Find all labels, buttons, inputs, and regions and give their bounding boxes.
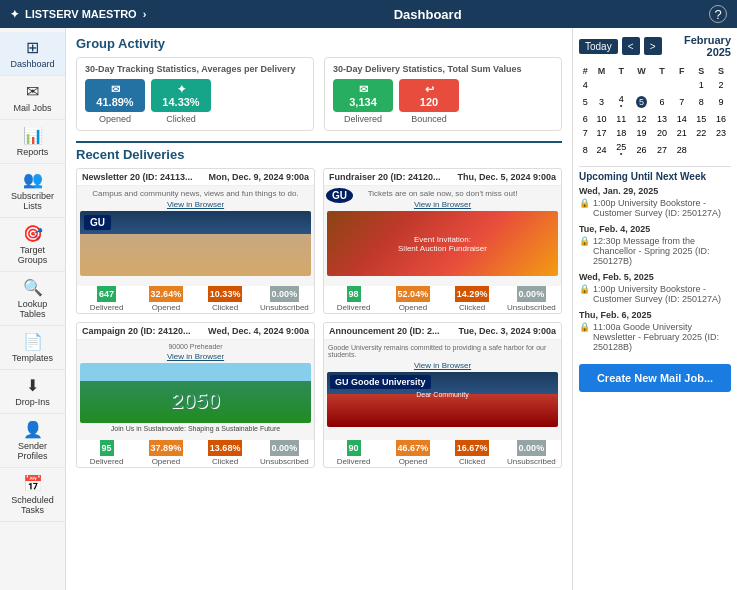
sidebar-label-scheduled: Scheduled Tasks bbox=[4, 495, 61, 515]
cal-day-1[interactable]: 1 bbox=[692, 78, 712, 92]
brand-icon: ✦ bbox=[10, 8, 19, 21]
dashboard-icon: ⊞ bbox=[26, 38, 39, 57]
cal-week-6: 6 10 11 12 13 14 15 16 bbox=[579, 112, 731, 126]
delivery-preview-announcement: Goode University remains committed to pr… bbox=[324, 340, 561, 440]
next-month-button[interactable]: > bbox=[644, 37, 662, 55]
upcoming-detail-1: 1:00p University Bookstore - Customer Su… bbox=[593, 198, 731, 218]
cal-day-7[interactable]: 7 bbox=[672, 92, 692, 112]
view-browser-link-announcement[interactable]: View in Browser bbox=[327, 359, 558, 372]
delivery-name-campaign: Campaign 20 (ID: 24120... bbox=[82, 326, 191, 336]
upcoming-item-1: Wed, Jan. 29, 2025 🔒 1:00p University Bo… bbox=[579, 186, 731, 218]
cal-day-27[interactable]: 27 bbox=[652, 140, 672, 160]
upcoming-date-4: Thu, Feb. 6, 2025 bbox=[579, 310, 731, 320]
stat-opened-campaign: 37.89% bbox=[149, 440, 184, 456]
cal-day-empty1 bbox=[592, 78, 612, 92]
cal-day-25[interactable]: 25 bbox=[611, 140, 631, 160]
sidebar-item-drop-ins[interactable]: ⬇ Drop-Ins bbox=[0, 370, 65, 414]
view-browser-link-campaign[interactable]: View in Browser bbox=[80, 350, 311, 363]
upcoming-date-1: Wed, Jan. 29, 2025 bbox=[579, 186, 731, 196]
cal-day-12[interactable]: 12 bbox=[631, 112, 652, 126]
opened-badge: ✉ 41.89% bbox=[85, 79, 145, 112]
sidebar-item-subscriber-lists[interactable]: 👥 Subscriber Lists bbox=[0, 164, 65, 218]
cal-day-19[interactable]: 19 bbox=[631, 126, 652, 140]
cal-day-empty3 bbox=[631, 78, 652, 92]
upcoming-date-3: Wed, Feb. 5, 2025 bbox=[579, 272, 731, 282]
sidebar-label-mail-jobs: Mail Jobs bbox=[13, 103, 51, 113]
cal-day-4[interactable]: 4 bbox=[611, 92, 631, 112]
cal-header-s1: S bbox=[692, 64, 712, 78]
cal-week-8: 8 24 25 26 27 28 bbox=[579, 140, 731, 160]
delivery-date-announcement: Tue, Dec. 3, 2024 9:00a bbox=[459, 326, 556, 336]
cal-day-20[interactable]: 20 bbox=[652, 126, 672, 140]
calendar-nav: Today < > February 2025 bbox=[579, 34, 731, 58]
stat-label-opened-fundraiser: Opened bbox=[397, 302, 429, 313]
cal-day-3[interactable]: 3 bbox=[592, 92, 612, 112]
sidebar-label-dashboard: Dashboard bbox=[10, 59, 54, 69]
view-browser-link-fundraiser[interactable]: View in Browser bbox=[327, 198, 558, 211]
upcoming-item-2: Tue, Feb. 4, 2025 🔒 12:30p Message from … bbox=[579, 224, 731, 266]
stat-label-unsub-fundraiser: Unsubscribed bbox=[505, 302, 558, 313]
cal-day-empty7 bbox=[711, 140, 731, 160]
clock-icon-4: 🔒 bbox=[579, 322, 590, 332]
delivery-stats-newsletter: 647 Delivered 32.64% Opened 10.33% Click… bbox=[77, 286, 314, 313]
delivery-name-newsletter: Newsletter 20 (ID: 24113... bbox=[82, 172, 193, 182]
sidebar-item-scheduled-tasks[interactable]: 📅 Scheduled Tasks bbox=[0, 468, 65, 522]
stat-label-unsub-announcement: Unsubscribed bbox=[505, 456, 558, 467]
cal-weeknum-4: 4 bbox=[579, 78, 592, 92]
cal-day-8[interactable]: 8 bbox=[692, 92, 712, 112]
sidebar-item-dashboard[interactable]: ⊞ Dashboard bbox=[0, 32, 65, 76]
top-navbar: ✦ LISTSERV MAESTRO › Dashboard ? bbox=[0, 0, 737, 28]
cal-day-empty6 bbox=[692, 140, 712, 160]
sidebar-item-sender-profiles[interactable]: 👤 Sender Profiles bbox=[0, 414, 65, 468]
dropin-icon: ⬇ bbox=[26, 376, 39, 395]
reports-icon: 📊 bbox=[23, 126, 43, 145]
cal-day-22[interactable]: 22 bbox=[692, 126, 712, 140]
bounce-icon: ↩ bbox=[425, 83, 434, 96]
cal-day-14[interactable]: 14 bbox=[672, 112, 692, 126]
cal-day-10[interactable]: 10 bbox=[592, 112, 612, 126]
cal-day-26[interactable]: 26 bbox=[631, 140, 652, 160]
sidebar-label-templates: Templates bbox=[12, 353, 53, 363]
cal-week-4: 4 1 2 bbox=[579, 78, 731, 92]
cal-day-18[interactable]: 18 bbox=[611, 126, 631, 140]
help-button[interactable]: ? bbox=[709, 5, 727, 23]
cal-day-empty2 bbox=[611, 78, 631, 92]
delivery-date-fundraiser: Thu, Dec. 5, 2024 9:00a bbox=[457, 172, 556, 182]
stat-label-unsub-campaign: Unsubscribed bbox=[258, 456, 311, 467]
sidebar-label-lookup: Lookup Tables bbox=[4, 299, 61, 319]
cal-day-24[interactable]: 24 bbox=[592, 140, 612, 160]
sidebar-item-templates[interactable]: 📄 Templates bbox=[0, 326, 65, 370]
stat-clicked-campaign: 13.68% bbox=[208, 440, 243, 456]
delivery-preview-newsletter: Campus and community news, views and fun… bbox=[77, 186, 314, 286]
mail-icon: ✉ bbox=[26, 82, 39, 101]
create-mail-job-button[interactable]: Create New Mail Job... bbox=[579, 364, 731, 392]
stat-label-clicked-newsletter: Clicked bbox=[210, 302, 240, 313]
upcoming-date-2: Tue, Feb. 4, 2025 bbox=[579, 224, 731, 234]
cal-day-21[interactable]: 21 bbox=[672, 126, 692, 140]
scheduled-icon: 📅 bbox=[23, 474, 43, 493]
cal-day-5[interactable]: 5 bbox=[631, 92, 652, 112]
cal-day-28[interactable]: 28 bbox=[672, 140, 692, 160]
cal-day-13[interactable]: 13 bbox=[652, 112, 672, 126]
cal-weeknum-5: 5 bbox=[579, 92, 592, 112]
sidebar-item-mail-jobs[interactable]: ✉ Mail Jobs bbox=[0, 76, 65, 120]
cal-day-6[interactable]: 6 bbox=[652, 92, 672, 112]
today-button[interactable]: Today bbox=[579, 39, 618, 54]
cal-day-11[interactable]: 11 bbox=[611, 112, 631, 126]
sidebar-item-reports[interactable]: 📊 Reports bbox=[0, 120, 65, 164]
cal-day-2[interactable]: 2 bbox=[711, 78, 731, 92]
cal-day-9[interactable]: 9 bbox=[711, 92, 731, 112]
cal-day-23[interactable]: 23 bbox=[711, 126, 731, 140]
prev-month-button[interactable]: < bbox=[622, 37, 640, 55]
cal-day-15[interactable]: 15 bbox=[692, 112, 712, 126]
delivered-badge: ✉ 3,134 bbox=[333, 79, 393, 112]
main-content: Group Activity 30-Day Tracking Statistic… bbox=[66, 28, 572, 590]
cal-day-17[interactable]: 17 bbox=[592, 126, 612, 140]
tracking-badges: ✉ 41.89% Opened ✦ 14.33% Clicked bbox=[85, 79, 305, 124]
sidebar-item-target-groups[interactable]: 🎯 Target Groups bbox=[0, 218, 65, 272]
sidebar-item-lookup-tables[interactable]: 🔍 Lookup Tables bbox=[0, 272, 65, 326]
right-panel: Today < > February 2025 # M T W T F S S … bbox=[572, 28, 737, 590]
delivery-preview-fundraiser: Tickets are on sale now, so don't miss o… bbox=[324, 186, 561, 286]
view-browser-link-newsletter[interactable]: View in Browser bbox=[80, 198, 311, 211]
cal-day-16[interactable]: 16 bbox=[711, 112, 731, 126]
